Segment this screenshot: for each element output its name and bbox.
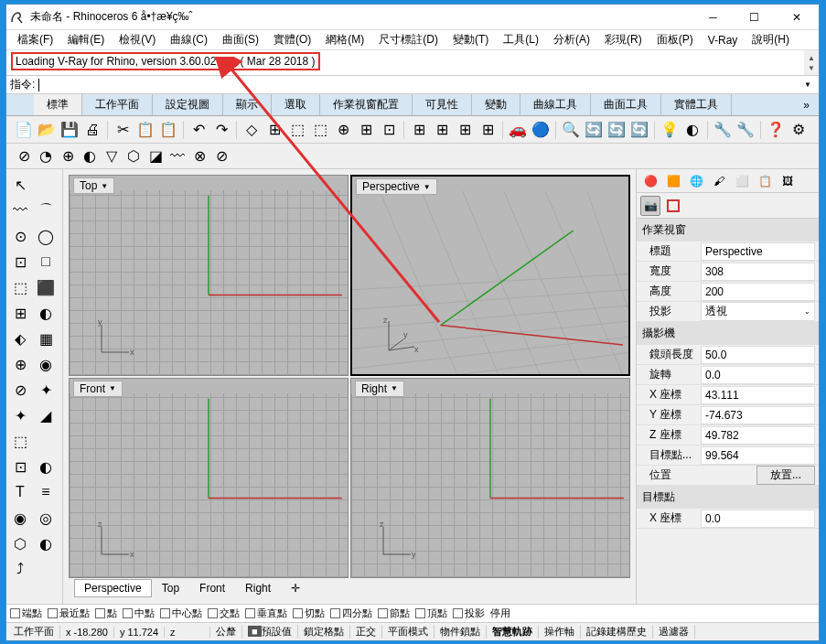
toolbar-icon[interactable]: 🔄 bbox=[584, 120, 604, 140]
toolbar-icon[interactable]: ↶ bbox=[188, 120, 209, 140]
side-tool-icon[interactable]: ⬡ bbox=[8, 531, 32, 555]
side-tool-icon[interactable]: ≡ bbox=[34, 480, 58, 504]
side-tool-icon[interactable]: ▦ bbox=[34, 327, 58, 350]
viewport-right[interactable]: Right▼ yz bbox=[350, 378, 630, 579]
toolbar-icon[interactable]: ⊞ bbox=[409, 120, 429, 140]
menu-尺寸標註(D)[interactable]: 尺寸標註(D) bbox=[373, 30, 444, 49]
menu-曲面(S)[interactable]: 曲面(S) bbox=[217, 30, 264, 49]
side-tool-icon[interactable]: ⊡ bbox=[8, 455, 32, 478]
side-tool-icon[interactable]: ⬛ bbox=[34, 275, 58, 299]
side-tool-icon[interactable]: ◐ bbox=[34, 455, 58, 478]
menu-彩現(R)[interactable]: 彩現(R) bbox=[599, 30, 648, 49]
menu-編輯(E)[interactable]: 編輯(E) bbox=[62, 30, 110, 49]
menu-實體(O)[interactable]: 實體(O) bbox=[268, 30, 316, 49]
osnap-垂直點[interactable]: 垂直點 bbox=[245, 606, 287, 620]
toolbar-icon[interactable]: ⊞ bbox=[264, 120, 284, 140]
toolbar-icon[interactable]: ⬚ bbox=[287, 120, 307, 140]
prop-value[interactable]: 43.111 bbox=[701, 386, 815, 404]
toolbar-icon[interactable]: ⊞ bbox=[455, 120, 475, 140]
status-plane[interactable]: 工作平面 bbox=[8, 625, 60, 639]
camera-tab-icon[interactable]: 📷 bbox=[640, 196, 660, 216]
toolbar-icon[interactable]: 📋 bbox=[158, 120, 178, 140]
prop-value[interactable]: -74.673 bbox=[701, 406, 815, 424]
viewport-top-label[interactable]: Top▼ bbox=[73, 177, 114, 194]
side-tool-icon[interactable]: ↖ bbox=[8, 173, 32, 197]
panel-icon[interactable]: 🟧 bbox=[663, 171, 683, 191]
cmd-scroll[interactable]: ▼ bbox=[800, 80, 815, 89]
osnap-交點[interactable]: 交點 bbox=[208, 606, 240, 620]
material-tab-icon[interactable] bbox=[663, 196, 683, 216]
osnap-點[interactable]: 點 bbox=[95, 606, 117, 620]
tab-曲面工具[interactable]: 曲面工具 bbox=[591, 94, 661, 116]
side-tool-icon[interactable]: T bbox=[8, 480, 32, 504]
tab-實體工具[interactable]: 實體工具 bbox=[661, 94, 732, 116]
prop-value[interactable]: 50.0 bbox=[701, 346, 815, 364]
menu-分析(A)[interactable]: 分析(A) bbox=[548, 30, 595, 49]
prop-value[interactable]: 0.0 bbox=[701, 510, 815, 528]
prop-value[interactable]: 308 bbox=[701, 263, 815, 281]
subtoolbar-icon[interactable]: ⊕ bbox=[58, 146, 78, 166]
tab-設定視圖[interactable]: 設定視圖 bbox=[153, 94, 223, 116]
subtoolbar-icon[interactable]: ◐ bbox=[80, 146, 100, 166]
osnap-中點[interactable]: 中點 bbox=[123, 606, 155, 620]
vp-tab-Front[interactable]: Front bbox=[189, 579, 235, 597]
vp-tab-Right[interactable]: Right bbox=[235, 579, 281, 597]
side-tool-icon[interactable]: ⊞ bbox=[8, 301, 32, 325]
subtoolbar-icon[interactable]: 〰 bbox=[167, 146, 188, 166]
subtoolbar-icon[interactable]: ▽ bbox=[102, 146, 122, 166]
toolbar-icon[interactable]: ⊡ bbox=[379, 120, 399, 140]
menu-說明(H)[interactable]: 說明(H) bbox=[746, 30, 795, 49]
prop-value[interactable]: 0.0 bbox=[701, 366, 815, 384]
panel-icon[interactable]: 🖼 bbox=[778, 171, 798, 191]
vp-tab-Perspective[interactable]: Perspective bbox=[74, 579, 152, 597]
toolbar-icon[interactable]: 🔄 bbox=[629, 120, 649, 140]
viewport-perspective[interactable]: Perspective▼ bbox=[350, 175, 630, 376]
toolbar-icon[interactable]: ✂ bbox=[113, 120, 133, 140]
side-tool-icon[interactable]: ✦ bbox=[8, 403, 32, 427]
panel-icon[interactable]: 📋 bbox=[755, 171, 775, 191]
tabs-overflow[interactable]: » bbox=[798, 97, 815, 113]
toolbar-icon[interactable]: ↷ bbox=[211, 120, 231, 140]
toolbar-icon[interactable]: ◐ bbox=[682, 120, 703, 140]
panel-icon[interactable]: 🖌 bbox=[709, 171, 729, 191]
menu-工具(L)[interactable]: 工具(L) bbox=[498, 30, 544, 49]
osnap-中心點[interactable]: 中心點 bbox=[160, 606, 202, 620]
toolbar-icon[interactable]: ◇ bbox=[241, 120, 262, 140]
osnap-端點[interactable]: 端點 bbox=[10, 606, 42, 620]
viewport-top[interactable]: Top▼ xy bbox=[69, 175, 349, 376]
toolbar-icon[interactable]: 🖨 bbox=[82, 120, 102, 140]
side-tool-icon[interactable]: ⬚ bbox=[8, 429, 32, 453]
toolbar-icon[interactable]: 💡 bbox=[660, 120, 680, 140]
tab-顯示[interactable]: 顯示 bbox=[223, 94, 272, 116]
toolbar-icon[interactable]: ⊞ bbox=[356, 120, 376, 140]
prop-value[interactable]: 49.782 bbox=[701, 426, 815, 445]
menu-檢視(V)[interactable]: 檢視(V) bbox=[113, 30, 161, 49]
viewport-front-label[interactable]: Front▼ bbox=[73, 381, 123, 397]
subtoolbar-icon[interactable]: ⊘ bbox=[14, 146, 34, 166]
side-tool-icon[interactable] bbox=[34, 173, 58, 197]
prop-value[interactable]: Perspective bbox=[701, 242, 815, 261]
side-tool-icon[interactable]: ◢ bbox=[34, 403, 58, 427]
osnap-最近點[interactable]: 最近點 bbox=[48, 606, 90, 620]
toolbar-icon[interactable]: 💾 bbox=[59, 120, 80, 140]
viewport-right-label[interactable]: Right▼ bbox=[355, 381, 404, 397]
viewport-persp-label[interactable]: Perspective▼ bbox=[356, 178, 437, 195]
side-tool-icon[interactable]: ◐ bbox=[34, 301, 58, 325]
subtoolbar-icon[interactable]: ◔ bbox=[36, 146, 56, 166]
side-tool-icon[interactable]: ⌒ bbox=[34, 199, 58, 222]
tab-選取[interactable]: 選取 bbox=[272, 94, 320, 116]
status-操作軸[interactable]: 操作軸 bbox=[539, 625, 581, 639]
prop-value[interactable]: 99.564 bbox=[701, 446, 815, 465]
status-記錄建構歷史[interactable]: 記錄建構歷史 bbox=[581, 625, 653, 639]
menu-變動(T)[interactable]: 變動(T) bbox=[447, 30, 494, 49]
prop-value[interactable]: 200 bbox=[701, 283, 815, 301]
toolbar-icon[interactable]: ⚙ bbox=[788, 120, 809, 140]
side-tool-icon[interactable]: ◐ bbox=[34, 531, 58, 555]
side-tool-icon[interactable]: □ bbox=[34, 250, 58, 274]
vp-tab-Top[interactable]: Top bbox=[152, 579, 189, 597]
tab-工作平面[interactable]: 工作平面 bbox=[82, 94, 153, 116]
status-unit[interactable]: 公釐 bbox=[210, 625, 242, 639]
toolbar-icon[interactable]: ⊞ bbox=[477, 120, 498, 140]
toolbar-icon[interactable]: 🔵 bbox=[531, 120, 551, 140]
side-tool-icon[interactable]: ⊙ bbox=[8, 224, 32, 248]
